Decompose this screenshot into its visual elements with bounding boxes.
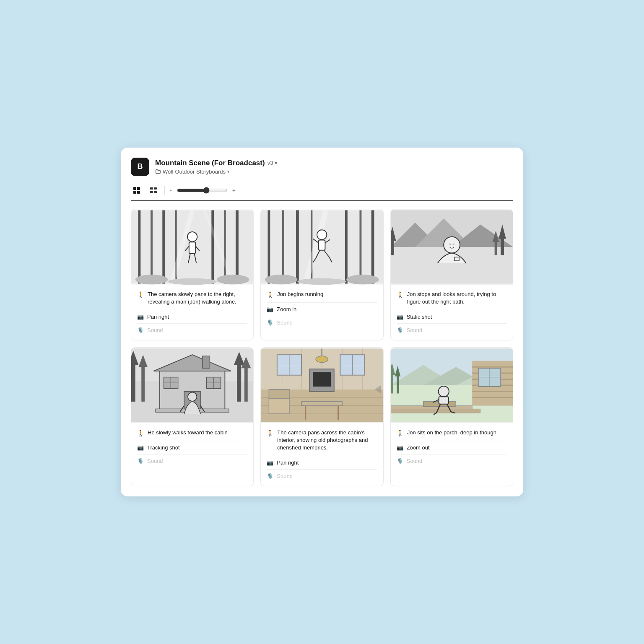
shot-type-label: Static shot <box>407 314 432 320</box>
zoom-slider[interactable] <box>177 187 227 194</box>
card-divider <box>137 323 247 324</box>
svg-rect-108 <box>269 390 290 398</box>
svg-point-58 <box>444 236 460 253</box>
card-1: 🚶 The camera slowly pans to the right, r… <box>131 209 254 340</box>
shot-type-label: Pan right <box>277 460 299 466</box>
svg-rect-3 <box>137 191 140 194</box>
svg-rect-0 <box>133 187 136 190</box>
card-divider <box>397 454 507 454</box>
mic-icon: 🎙️ <box>137 458 144 464</box>
card-divider <box>397 323 507 324</box>
title-text: Mountain Scene (For Broadcast) <box>155 159 265 167</box>
shot-type-label: Zoom in <box>277 306 296 312</box>
svg-point-18 <box>187 232 197 242</box>
app-icon: B <box>131 158 149 176</box>
sound-placeholder: Sound <box>277 473 293 479</box>
card-body-5: 🚶 The camera pans across the cabin's int… <box>261 423 383 486</box>
svg-point-45 <box>298 278 347 284</box>
card-body-3: 🚶 Jon stops and looks around, trying to … <box>391 285 513 340</box>
card-body-6: 🚶 Jon sits on the porch, deep in though.… <box>391 423 513 471</box>
breadcrumb[interactable]: Wolf Outdoor Storyboards ▾ <box>155 169 278 175</box>
card-4: 🚶 He slowly walks toward the cabin 📷 Tra… <box>131 347 254 487</box>
cards-grid: 🚶 The camera slowly pans to the right, r… <box>131 209 513 487</box>
card-6: 🚶 Jon sits on the porch, deep in though.… <box>390 347 513 487</box>
card-shot-4: 📷 Tracking shot <box>137 444 247 451</box>
card-description-6: Jon sits on the porch, deep in though. <box>407 429 498 436</box>
card-description-5: The camera pans across the cabin's inter… <box>277 429 377 452</box>
card-divider <box>397 310 507 310</box>
sound-placeholder: Sound <box>147 458 163 464</box>
mic-icon: 🎙️ <box>397 458 403 464</box>
card-action-4: 🚶 He slowly walks toward the cabin <box>137 429 247 436</box>
project-title: Mountain Scene (For Broadcast) v3 ▾ <box>155 159 278 167</box>
camera-icon: 📷 <box>397 314 403 320</box>
grid-icon <box>132 186 141 195</box>
card-divider <box>137 454 247 454</box>
svg-point-137 <box>438 386 449 397</box>
card-body-1: 🚶 The camera slowly pans to the right, r… <box>131 285 253 340</box>
mic-icon: 🎙️ <box>137 327 144 333</box>
svg-point-83 <box>188 392 197 401</box>
mic-icon: 🎙️ <box>267 473 273 479</box>
card-divider <box>267 456 377 456</box>
list-icon <box>149 186 158 195</box>
action-figure-icon: 🚶 <box>397 430 404 436</box>
card-sound-6: 🎙️ Sound <box>397 458 507 464</box>
mic-icon: 🎙️ <box>397 327 403 333</box>
svg-point-36 <box>317 230 327 239</box>
card-divider <box>267 316 377 316</box>
card-divider <box>397 441 507 441</box>
svg-rect-54 <box>501 236 504 255</box>
svg-rect-74 <box>203 356 210 368</box>
card-sound-5: 🎙️ Sound <box>267 473 377 479</box>
card-shot-1: 📷 Pan right <box>137 314 247 320</box>
card-shot-5: 📷 Pan right <box>267 460 377 466</box>
card-action-5: 🚶 The camera pans across the cabin's int… <box>267 429 377 452</box>
camera-icon: 📷 <box>267 460 273 466</box>
svg-point-25 <box>168 278 217 284</box>
card-sound-4: 🎙️ Sound <box>137 458 247 464</box>
app-icon-label: B <box>138 162 143 171</box>
card-3: 🚶 Jon stops and looks around, trying to … <box>390 209 513 340</box>
shot-type-label: Tracking shot <box>147 444 180 451</box>
svg-rect-52 <box>391 239 394 255</box>
card-description-4: He slowly walks toward the cabin <box>148 429 228 436</box>
breadcrumb-label: Wolf Outdoor Storyboards <box>163 169 226 175</box>
card-body-4: 🚶 He slowly walks toward the cabin 📷 Tra… <box>131 423 253 471</box>
zoom-min-label: - <box>170 187 172 194</box>
svg-rect-6 <box>150 191 153 193</box>
card-action-1: 🚶 The camera slowly pans to the right, r… <box>137 291 247 306</box>
svg-point-26 <box>217 275 249 284</box>
card-description-1: The camera slowly pans to the right, rev… <box>148 291 247 306</box>
toolbar: - + <box>131 184 513 201</box>
camera-icon: 📷 <box>137 314 144 320</box>
card-image-1 <box>131 209 253 285</box>
svg-rect-5 <box>154 187 157 190</box>
camera-icon: 📷 <box>137 444 144 451</box>
svg-rect-109 <box>301 402 342 406</box>
sound-placeholder: Sound <box>407 327 423 333</box>
header: B Mountain Scene (For Broadcast) v3 ▾ Wo… <box>131 158 513 176</box>
card-divider <box>137 310 247 310</box>
card-sound-1: 🎙️ Sound <box>137 327 247 333</box>
zoom-max-label: + <box>232 187 236 194</box>
svg-rect-64 <box>131 361 135 402</box>
card-action-6: 🚶 Jon sits on the porch, deep in though. <box>397 429 507 436</box>
list-view-button[interactable] <box>148 184 159 196</box>
sound-placeholder: Sound <box>147 327 163 333</box>
svg-rect-104 <box>313 372 331 387</box>
card-image-3 <box>391 209 513 285</box>
card-description-2: Jon begins running <box>277 291 323 298</box>
action-figure-icon: 🚶 <box>397 291 404 298</box>
sound-placeholder: Sound <box>407 458 423 464</box>
camera-icon: 📷 <box>267 306 273 312</box>
card-image-2 <box>261 209 383 285</box>
svg-rect-37 <box>319 240 325 250</box>
svg-point-24 <box>135 275 168 284</box>
svg-rect-107 <box>269 397 290 414</box>
card-divider <box>137 441 247 441</box>
card-2: 🚶 Jon begins running 📷 Zoom in 🎙️ Sound <box>260 209 383 340</box>
grid-view-button[interactable] <box>131 184 143 196</box>
card-action-3: 🚶 Jon stops and looks around, trying to … <box>397 291 507 306</box>
svg-rect-56 <box>494 241 497 255</box>
